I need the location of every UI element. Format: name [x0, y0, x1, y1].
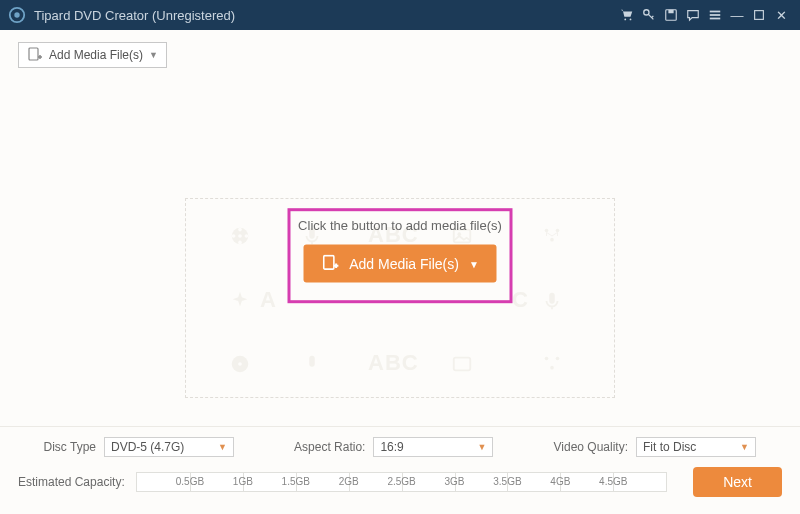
wm-film-icon: [228, 224, 252, 248]
svg-rect-8: [710, 14, 721, 16]
chevron-down-icon: ▼: [149, 50, 158, 60]
capacity-bar: 0.5GB1GB1.5GB2GB2.5GB3GB3.5GB4GB4.5GB: [136, 472, 667, 492]
shop-icon[interactable]: [616, 4, 638, 26]
footer: Disc Type DVD-5 (4.7G) ▼ Aspect Ratio: 1…: [0, 426, 800, 514]
wm-image-icon-3: [450, 352, 474, 376]
capacity-tick-label: 3.5GB: [493, 476, 521, 487]
video-quality-value: Fit to Disc: [643, 440, 696, 454]
wm-mic-icon-2: [540, 289, 564, 313]
chevron-down-icon: ▼: [218, 442, 227, 452]
svg-point-23: [550, 238, 554, 242]
chevron-down-icon: ▼: [740, 442, 749, 452]
toolbar: Add Media File(s) ▼: [0, 30, 800, 74]
key-icon[interactable]: [638, 4, 660, 26]
svg-point-17: [245, 234, 249, 238]
svg-point-30: [556, 357, 560, 361]
capacity-tick-label: 4.5GB: [599, 476, 627, 487]
wm-abc-2b: C: [512, 287, 529, 313]
capacity-tick-label: 0.5GB: [176, 476, 204, 487]
save-icon[interactable]: [660, 4, 682, 26]
chevron-down-icon-center: ▼: [469, 258, 479, 269]
wm-film-icon-3: [228, 352, 252, 376]
next-button-label: Next: [723, 474, 752, 490]
titlebar: Tipard DVD Creator (Unregistered) — ✕: [0, 0, 800, 30]
wm-abc-3: ABC: [368, 350, 419, 376]
maximize-icon[interactable]: [748, 4, 770, 26]
wm-sparkle-icon: [540, 224, 564, 248]
add-media-icon: [27, 47, 43, 63]
add-media-icon-center: [321, 255, 339, 273]
chevron-down-icon: ▼: [478, 442, 487, 452]
add-media-button-center-label: Add Media File(s): [349, 256, 459, 272]
svg-point-15: [238, 241, 242, 245]
svg-rect-32: [323, 256, 333, 270]
menu-icon[interactable]: [704, 4, 726, 26]
add-media-button-center[interactable]: Add Media File(s) ▼: [303, 245, 497, 283]
svg-point-22: [556, 229, 560, 233]
disc-type-select[interactable]: DVD-5 (4.7G) ▼: [104, 437, 234, 457]
capacity-tick-label: 1GB: [233, 476, 253, 487]
aspect-ratio-select[interactable]: 16:9 ▼: [373, 437, 493, 457]
main-area: ABC A C ABC Click the button to add medi…: [0, 74, 800, 426]
svg-rect-7: [710, 11, 721, 13]
disc-type-label: Disc Type: [18, 440, 96, 454]
capacity-tick-label: 3GB: [445, 476, 465, 487]
svg-rect-6: [668, 10, 673, 14]
svg-rect-10: [755, 11, 764, 20]
svg-point-31: [550, 366, 554, 370]
svg-point-2: [624, 19, 626, 21]
capacity-tick-label: 2GB: [339, 476, 359, 487]
wm-mic-icon-3: [300, 352, 324, 376]
cta-instruction-text: Click the button to add media file(s): [288, 218, 513, 233]
wm-sparkle-icon-3: [540, 352, 564, 376]
aspect-ratio-label: Aspect Ratio:: [294, 440, 365, 454]
add-media-label: Add Media File(s): [49, 48, 143, 62]
feedback-icon[interactable]: [682, 4, 704, 26]
minimize-icon[interactable]: —: [726, 4, 748, 26]
svg-rect-9: [710, 18, 721, 20]
svg-point-26: [238, 362, 242, 366]
estimated-capacity-label: Estimated Capacity:: [18, 475, 128, 489]
svg-rect-11: [29, 48, 38, 60]
capacity-tick-label: 1.5GB: [282, 476, 310, 487]
disc-type-value: DVD-5 (4.7G): [111, 440, 184, 454]
video-quality-select[interactable]: Fit to Disc ▼: [636, 437, 756, 457]
close-icon[interactable]: ✕: [770, 4, 792, 26]
add-media-button-top[interactable]: Add Media File(s) ▼: [18, 42, 167, 68]
svg-point-13: [238, 234, 242, 238]
svg-rect-27: [309, 356, 315, 367]
next-button[interactable]: Next: [693, 467, 782, 497]
svg-point-21: [545, 229, 549, 233]
svg-point-14: [238, 228, 242, 232]
wm-abc-2: A: [260, 287, 277, 313]
capacity-tick-label: 4GB: [550, 476, 570, 487]
svg-point-16: [232, 234, 236, 238]
svg-rect-24: [549, 293, 555, 304]
svg-rect-28: [454, 358, 471, 371]
svg-point-1: [14, 12, 19, 17]
app-title: Tipard DVD Creator (Unregistered): [34, 8, 235, 23]
video-quality-label: Video Quality:: [554, 440, 629, 454]
app-logo-icon: [8, 6, 26, 24]
aspect-ratio-value: 16:9: [380, 440, 403, 454]
capacity-tick-label: 2.5GB: [387, 476, 415, 487]
wm-sparkle-icon-2: [228, 289, 252, 313]
svg-point-29: [545, 357, 549, 361]
svg-point-3: [630, 19, 632, 21]
